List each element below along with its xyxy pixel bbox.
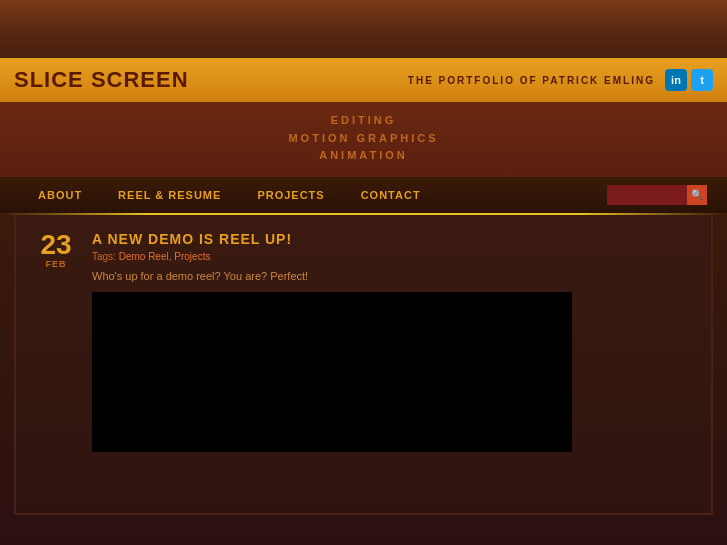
top-decoration <box>0 0 727 58</box>
site-title: SLICE SCREEN <box>14 67 189 93</box>
search-area: 🔍 <box>607 185 707 205</box>
nav-contact[interactable]: CONTACT <box>343 177 439 213</box>
subtitle-area: EDITING MOTION GRAPHICS ANIMATION <box>0 102 727 177</box>
subtitle-animation: ANIMATION <box>0 147 727 165</box>
post-tags: Tags: Demo Reel, Projects <box>92 251 691 262</box>
social-icons-container: in t <box>665 69 713 91</box>
subtitle-motion: MOTION GRAPHICS <box>0 130 727 148</box>
tag-projects[interactable]: Projects <box>174 251 210 262</box>
nav-about[interactable]: ABOUT <box>20 177 100 213</box>
post-body: A NEW DEMO IS REEL UP! Tags: Demo Reel, … <box>92 231 691 452</box>
post-excerpt: Who's up for a demo reel? You are? Perfe… <box>92 270 691 282</box>
twitter-icon[interactable]: t <box>691 69 713 91</box>
video-embed[interactable] <box>92 292 572 452</box>
post-month: Feb <box>36 259 76 269</box>
tagline-social-area: THE PORTFOLIO OF PATRICK EMLING in t <box>408 69 713 91</box>
nav-projects[interactable]: PROJECTS <box>239 177 342 213</box>
nav-bar: ABOUT REEL & RESUME PROJECTS CONTACT 🔍 <box>0 177 727 213</box>
search-button[interactable]: 🔍 <box>687 185 707 205</box>
main-content: 23 Feb A NEW DEMO IS REEL UP! Tags: Demo… <box>14 215 713 515</box>
post-date: 23 Feb <box>36 231 76 269</box>
subtitle-editing: EDITING <box>0 112 727 130</box>
tag-demo-reel[interactable]: Demo Reel <box>119 251 169 262</box>
post-day: 23 <box>36 231 76 259</box>
site-tagline: THE PORTFOLIO OF PATRICK EMLING <box>408 75 655 86</box>
linkedin-icon[interactable]: in <box>665 69 687 91</box>
post-title[interactable]: A NEW DEMO IS REEL UP! <box>92 231 691 247</box>
search-input[interactable] <box>607 185 687 205</box>
nav-reel[interactable]: REEL & RESUME <box>100 177 239 213</box>
tags-label: Tags: <box>92 251 116 262</box>
page-wrapper: SLICE SCREEN THE PORTFOLIO OF PATRICK EM… <box>0 0 727 545</box>
post-header: 23 Feb A NEW DEMO IS REEL UP! Tags: Demo… <box>36 231 691 452</box>
header-bar: SLICE SCREEN THE PORTFOLIO OF PATRICK EM… <box>0 58 727 102</box>
